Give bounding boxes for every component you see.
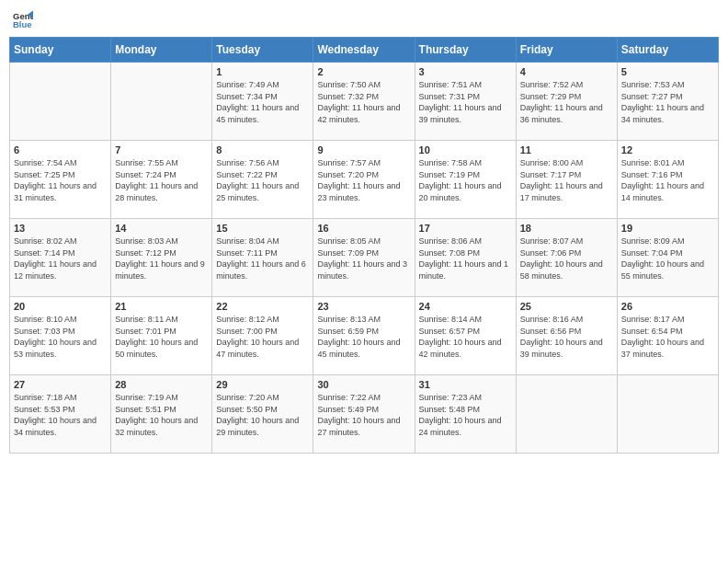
cell-details: Sunrise: 7:20 AMSunset: 5:50 PMDaylight:…: [216, 392, 309, 438]
day-number: 13: [14, 223, 107, 234]
calendar-table: SundayMondayTuesdayWednesdayThursdayFrid…: [9, 37, 719, 454]
day-number: 17: [419, 223, 512, 234]
cell-details: Sunrise: 8:17 AMSunset: 6:54 PMDaylight:…: [621, 314, 714, 360]
weekday-header-saturday: Saturday: [617, 38, 718, 63]
day-number: 5: [621, 66, 714, 77]
day-number: 10: [419, 144, 512, 155]
day-number: 16: [317, 223, 410, 234]
day-number: 22: [216, 301, 309, 312]
day-number: 19: [621, 223, 714, 234]
day-number: 21: [115, 301, 208, 312]
cell-details: Sunrise: 7:53 AMSunset: 7:27 PMDaylight:…: [621, 79, 714, 125]
calendar-cell: 7Sunrise: 7:55 AMSunset: 7:24 PMDaylight…: [111, 141, 212, 219]
calendar-cell: [10, 63, 111, 141]
calendar-cell: 27Sunrise: 7:18 AMSunset: 5:53 PMDayligh…: [10, 375, 111, 454]
day-number: 6: [14, 144, 107, 155]
cell-details: Sunrise: 8:07 AMSunset: 7:06 PMDaylight:…: [520, 236, 613, 282]
calendar-cell: 5Sunrise: 7:53 AMSunset: 7:27 PMDaylight…: [617, 63, 718, 141]
calendar-cell: 6Sunrise: 7:54 AMSunset: 7:25 PMDaylight…: [10, 141, 111, 219]
calendar-cell: 19Sunrise: 8:09 AMSunset: 7:04 PMDayligh…: [617, 219, 718, 297]
cell-details: Sunrise: 8:11 AMSunset: 7:01 PMDaylight:…: [115, 314, 208, 360]
calendar-cell: 15Sunrise: 8:04 AMSunset: 7:11 PMDayligh…: [212, 219, 313, 297]
cell-details: Sunrise: 8:16 AMSunset: 6:56 PMDaylight:…: [520, 314, 613, 360]
weekday-header-row: SundayMondayTuesdayWednesdayThursdayFrid…: [10, 38, 719, 63]
cell-details: Sunrise: 7:54 AMSunset: 7:25 PMDaylight:…: [14, 157, 107, 203]
cell-details: Sunrise: 8:00 AMSunset: 7:17 PMDaylight:…: [520, 157, 613, 203]
day-number: 3: [419, 66, 512, 77]
weekday-header-tuesday: Tuesday: [212, 38, 313, 63]
calendar-cell: 16Sunrise: 8:05 AMSunset: 7:09 PMDayligh…: [313, 219, 415, 297]
cell-details: Sunrise: 7:56 AMSunset: 7:22 PMDaylight:…: [216, 157, 309, 203]
weekday-header-sunday: Sunday: [10, 38, 111, 63]
calendar-cell: 31Sunrise: 7:23 AMSunset: 5:48 PMDayligh…: [415, 375, 516, 454]
day-number: 25: [520, 301, 613, 312]
calendar-week-row: 6Sunrise: 7:54 AMSunset: 7:25 PMDaylight…: [10, 141, 719, 219]
cell-details: Sunrise: 8:03 AMSunset: 7:12 PMDaylight:…: [115, 236, 208, 282]
calendar-cell: 26Sunrise: 8:17 AMSunset: 6:54 PMDayligh…: [617, 297, 718, 375]
calendar-cell: 17Sunrise: 8:06 AMSunset: 7:08 PMDayligh…: [415, 219, 516, 297]
cell-details: Sunrise: 8:02 AMSunset: 7:14 PMDaylight:…: [14, 236, 107, 282]
day-number: 28: [115, 379, 208, 390]
cell-details: Sunrise: 7:58 AMSunset: 7:19 PMDaylight:…: [419, 157, 512, 203]
calendar-cell: 30Sunrise: 7:22 AMSunset: 5:49 PMDayligh…: [313, 375, 415, 454]
day-number: 7: [115, 144, 208, 155]
svg-text:Blue: Blue: [13, 19, 32, 29]
day-number: 26: [621, 301, 714, 312]
cell-details: Sunrise: 7:55 AMSunset: 7:24 PMDaylight:…: [115, 157, 208, 203]
cell-details: Sunrise: 7:22 AMSunset: 5:49 PMDaylight:…: [317, 392, 410, 438]
calendar-cell: 18Sunrise: 8:07 AMSunset: 7:06 PMDayligh…: [516, 219, 617, 297]
cell-details: Sunrise: 8:01 AMSunset: 7:16 PMDaylight:…: [621, 157, 714, 203]
day-number: 2: [317, 66, 410, 77]
day-number: 12: [621, 144, 714, 155]
cell-details: Sunrise: 7:50 AMSunset: 7:32 PMDaylight:…: [317, 79, 410, 125]
weekday-header-monday: Monday: [111, 38, 212, 63]
cell-details: Sunrise: 8:10 AMSunset: 7:03 PMDaylight:…: [14, 314, 107, 360]
day-number: 1: [216, 66, 309, 77]
cell-details: Sunrise: 7:18 AMSunset: 5:53 PMDaylight:…: [14, 392, 107, 438]
calendar-cell: 10Sunrise: 7:58 AMSunset: 7:19 PMDayligh…: [415, 141, 516, 219]
calendar-week-row: 20Sunrise: 8:10 AMSunset: 7:03 PMDayligh…: [10, 297, 719, 375]
calendar-cell: 20Sunrise: 8:10 AMSunset: 7:03 PMDayligh…: [10, 297, 111, 375]
calendar-cell: [111, 63, 212, 141]
calendar-cell: 21Sunrise: 8:11 AMSunset: 7:01 PMDayligh…: [111, 297, 212, 375]
day-number: 15: [216, 223, 309, 234]
day-number: 27: [14, 379, 107, 390]
logo-icon: General Blue: [13, 9, 33, 29]
calendar-cell: 3Sunrise: 7:51 AMSunset: 7:31 PMDaylight…: [415, 63, 516, 141]
calendar-cell: 14Sunrise: 8:03 AMSunset: 7:12 PMDayligh…: [111, 219, 212, 297]
day-number: 8: [216, 144, 309, 155]
cell-details: Sunrise: 7:19 AMSunset: 5:51 PMDaylight:…: [115, 392, 208, 438]
weekday-header-wednesday: Wednesday: [313, 38, 415, 63]
cell-details: Sunrise: 7:23 AMSunset: 5:48 PMDaylight:…: [419, 392, 512, 438]
calendar-cell: 9Sunrise: 7:57 AMSunset: 7:20 PMDaylight…: [313, 141, 415, 219]
day-number: 11: [520, 144, 613, 155]
weekday-header-friday: Friday: [516, 38, 617, 63]
calendar-cell: 23Sunrise: 8:13 AMSunset: 6:59 PMDayligh…: [313, 297, 415, 375]
day-number: 9: [317, 144, 410, 155]
calendar-cell: 29Sunrise: 7:20 AMSunset: 5:50 PMDayligh…: [212, 375, 313, 454]
day-number: 18: [520, 223, 613, 234]
cell-details: Sunrise: 8:06 AMSunset: 7:08 PMDaylight:…: [419, 236, 512, 282]
day-number: 24: [419, 301, 512, 312]
day-number: 14: [115, 223, 208, 234]
calendar-cell: [516, 375, 617, 454]
day-number: 23: [317, 301, 410, 312]
page-header: General Blue: [9, 9, 719, 29]
cell-details: Sunrise: 8:09 AMSunset: 7:04 PMDaylight:…: [621, 236, 714, 282]
day-number: 4: [520, 66, 613, 77]
cell-details: Sunrise: 8:04 AMSunset: 7:11 PMDaylight:…: [216, 236, 309, 282]
calendar-cell: [617, 375, 718, 454]
calendar-cell: 2Sunrise: 7:50 AMSunset: 7:32 PMDaylight…: [313, 63, 415, 141]
cell-details: Sunrise: 8:13 AMSunset: 6:59 PMDaylight:…: [317, 314, 410, 360]
calendar-cell: 13Sunrise: 8:02 AMSunset: 7:14 PMDayligh…: [10, 219, 111, 297]
day-number: 31: [419, 379, 512, 390]
calendar-cell: 8Sunrise: 7:56 AMSunset: 7:22 PMDaylight…: [212, 141, 313, 219]
logo: General Blue: [13, 9, 37, 29]
calendar-cell: 24Sunrise: 8:14 AMSunset: 6:57 PMDayligh…: [415, 297, 516, 375]
calendar-cell: 12Sunrise: 8:01 AMSunset: 7:16 PMDayligh…: [617, 141, 718, 219]
calendar-week-row: 13Sunrise: 8:02 AMSunset: 7:14 PMDayligh…: [10, 219, 719, 297]
day-number: 20: [14, 301, 107, 312]
cell-details: Sunrise: 8:14 AMSunset: 6:57 PMDaylight:…: [419, 314, 512, 360]
cell-details: Sunrise: 8:12 AMSunset: 7:00 PMDaylight:…: [216, 314, 309, 360]
day-number: 30: [317, 379, 410, 390]
